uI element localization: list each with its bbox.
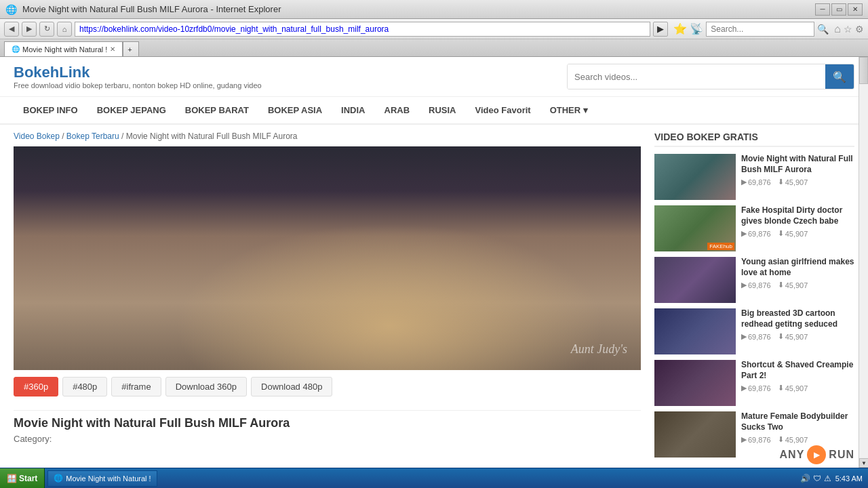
related-thumb-2: FAKEhub bbox=[654, 205, 736, 251]
related-item[interactable]: Young asian girlfriend makes love at hom… bbox=[654, 257, 854, 303]
home-button[interactable]: ⌂ bbox=[57, 22, 72, 37]
taskbar-ie-window[interactable]: 🌐 Movie Night with Natural ! bbox=[47, 470, 157, 487]
related-title-1: Movie Night with Natural Full Bush MILF … bbox=[741, 154, 854, 175]
quality-480p-btn[interactable]: #480p bbox=[62, 377, 107, 396]
taskbar-ie-icon: 🌐 bbox=[54, 474, 63, 483]
search-input[interactable] bbox=[568, 64, 825, 89]
tab-close-button[interactable]: ✕ bbox=[110, 45, 115, 53]
ie-icon: 🌐 bbox=[5, 4, 17, 15]
related-title-5: Shortcut & Shaved Creampie Part 2! bbox=[741, 360, 854, 381]
windows-icon: 🪟 bbox=[7, 474, 17, 483]
nav-bokep-info[interactable]: BOKEP INFO bbox=[14, 97, 87, 123]
logo-area: BokehLink Free download vidio bokep terb… bbox=[14, 64, 262, 89]
breadcrumb-bokep-terbaru[interactable]: Bokep Terbaru bbox=[66, 131, 119, 141]
nav-rusia[interactable]: RUSIA bbox=[419, 97, 465, 123]
related-thumb-6 bbox=[654, 411, 736, 458]
download-480p-btn[interactable]: Download 480p bbox=[251, 377, 332, 396]
breadcrumb-current: Movie Night with Natural Full Bush MILF … bbox=[126, 131, 298, 141]
home-nav-icon: ⌂ bbox=[834, 23, 841, 35]
window-controls[interactable]: ─ ▭ ✕ bbox=[815, 3, 863, 16]
quality-360p-btn[interactable]: #360p bbox=[14, 377, 58, 396]
download-360p-btn[interactable]: Download 360p bbox=[165, 377, 247, 396]
nav-india[interactable]: INDIA bbox=[332, 97, 374, 123]
related-item[interactable]: FAKEhub Fake Hospital Dirty doctor gives… bbox=[654, 205, 854, 251]
browser-search-icon[interactable]: 🔍 bbox=[817, 24, 829, 35]
fake-badge: FAKEhub bbox=[707, 243, 734, 250]
new-tab-button[interactable]: + bbox=[123, 41, 139, 56]
anyrun-run-text: RUN bbox=[829, 449, 854, 461]
site-nav: BOKEP INFO BOKEP JEPANG BOKEP BARAT BOKE… bbox=[0, 97, 868, 125]
minimize-btn[interactable]: ─ bbox=[815, 3, 830, 16]
nav-bokep-jepang[interactable]: BOKEP JEPANG bbox=[87, 97, 176, 123]
related-thumb-4 bbox=[654, 308, 736, 354]
anyrun-text: ANY bbox=[780, 449, 805, 461]
breadcrumb-sep1: / bbox=[62, 131, 66, 141]
tab-label: Movie Night with Natural ! bbox=[22, 45, 107, 54]
tray-network-icon: 🔊 bbox=[800, 474, 810, 483]
anyrun-play-icon: ▶ bbox=[807, 445, 826, 464]
back-button[interactable]: ◀ bbox=[4, 22, 19, 37]
tray-volume-icon: 🛡 bbox=[813, 474, 821, 483]
related-thumb-3 bbox=[654, 257, 736, 303]
tray-icons: 🔊 🛡 ⚠ bbox=[800, 474, 831, 483]
related-stats-5: ▶ 69,876 ⬇ 45,907 bbox=[741, 384, 854, 392]
address-bar[interactable] bbox=[75, 22, 650, 37]
video-player[interactable]: Aunt Judy's bbox=[14, 146, 641, 370]
scroll-down-arrow[interactable]: ▼ bbox=[859, 458, 868, 468]
site-logo[interactable]: BokehLink bbox=[14, 64, 262, 81]
site-header: BokehLink Free download vidio bokep terb… bbox=[0, 57, 868, 97]
taskbar-window-title: Movie Night with Natural ! bbox=[66, 474, 151, 483]
rss-icon: 📡 bbox=[690, 22, 703, 35]
refresh-button[interactable]: ↻ bbox=[39, 22, 54, 37]
scrollbar[interactable]: ▲ ▼ bbox=[859, 57, 868, 468]
downloads-4: ⬇ 45,907 bbox=[778, 332, 808, 341]
views-6: ▶ 69,876 bbox=[741, 435, 771, 444]
breadcrumb-video-bokep[interactable]: Video Bokep bbox=[14, 131, 60, 141]
related-title-3: Young asian girlfriend makes love at hom… bbox=[741, 257, 854, 278]
related-item[interactable]: Shortcut & Shaved Creampie Part 2! ▶ 69,… bbox=[654, 360, 854, 406]
browser-search-input[interactable] bbox=[706, 22, 814, 37]
views-1: ▶ 69,876 bbox=[741, 178, 771, 186]
browser-toolbar: ◀ ▶ ↻ ⌂ ▶ ⭐ 📡 🔍 ⌂ ☆ ⚙ bbox=[0, 19, 868, 39]
restore-btn[interactable]: ▭ bbox=[831, 3, 846, 16]
video-scene bbox=[14, 146, 641, 370]
nav-other[interactable]: OTHER ▾ bbox=[540, 97, 597, 123]
related-title-4: Big breasted 3D cartoon redhead getitng … bbox=[741, 308, 854, 329]
downloads-5: ⬇ 45,907 bbox=[778, 384, 808, 392]
related-stats-4: ▶ 69,876 ⬇ 45,907 bbox=[741, 332, 854, 341]
related-thumb-5 bbox=[654, 360, 736, 406]
related-stats-3: ▶ 69,876 ⬇ 45,907 bbox=[741, 281, 854, 289]
views-2: ▶ 69,876 bbox=[741, 229, 771, 238]
related-item[interactable]: Big breasted 3D cartoon redhead getitng … bbox=[654, 308, 854, 354]
go-button[interactable]: ▶ bbox=[653, 22, 668, 37]
downloads-2: ⬇ 45,907 bbox=[778, 229, 808, 238]
video-title: Movie Night with Natural Full Bush MILF … bbox=[14, 410, 641, 430]
video-controls: #360p #480p #iframe Download 360p Downlo… bbox=[14, 370, 641, 403]
related-info-4: Big breasted 3D cartoon redhead getitng … bbox=[741, 308, 854, 354]
star-icon: ☆ bbox=[844, 24, 852, 35]
views-4: ▶ 69,876 bbox=[741, 332, 771, 341]
nav-bokep-asia[interactable]: BOKEP ASIA bbox=[258, 97, 332, 123]
search-button[interactable]: 🔍 bbox=[825, 64, 854, 89]
tab-favicon: 🌐 bbox=[12, 45, 20, 53]
forward-button[interactable]: ▶ bbox=[22, 22, 37, 37]
search-container: 🔍 bbox=[567, 64, 854, 89]
related-stats-1: ▶ 69,876 ⬇ 45,907 bbox=[741, 178, 854, 186]
iframe-btn[interactable]: #iframe bbox=[111, 377, 161, 396]
start-label: Start bbox=[19, 474, 37, 483]
breadcrumb: Video Bokep / Bokep Terbaru / Movie Nigh… bbox=[14, 131, 641, 141]
browser-tabs: 🌐 Movie Night with Natural ! ✕ + bbox=[0, 39, 868, 57]
nav-arab[interactable]: ARAB bbox=[375, 97, 420, 123]
active-tab[interactable]: 🌐 Movie Night with Natural ! ✕ bbox=[4, 41, 123, 56]
sidebar-title: VIDEO BOKEP GRATIS bbox=[654, 131, 854, 147]
site-tagline: Free download vidio bokep terbaru, nonto… bbox=[14, 81, 262, 89]
start-button[interactable]: 🪟 Start bbox=[0, 468, 45, 488]
video-category: Category: bbox=[14, 434, 641, 444]
nav-bokep-barat[interactable]: BOKEP BARAT bbox=[176, 97, 258, 123]
scroll-thumb[interactable] bbox=[859, 57, 868, 84]
related-info-3: Young asian girlfriend makes love at hom… bbox=[741, 257, 854, 303]
close-btn[interactable]: ✕ bbox=[848, 3, 863, 16]
related-info-2: Fake Hospital Dirty doctor gives blonde … bbox=[741, 205, 854, 251]
nav-video-favorit[interactable]: Video Favorit bbox=[466, 97, 540, 123]
related-item[interactable]: Movie Night with Natural Full Bush MILF … bbox=[654, 154, 854, 200]
